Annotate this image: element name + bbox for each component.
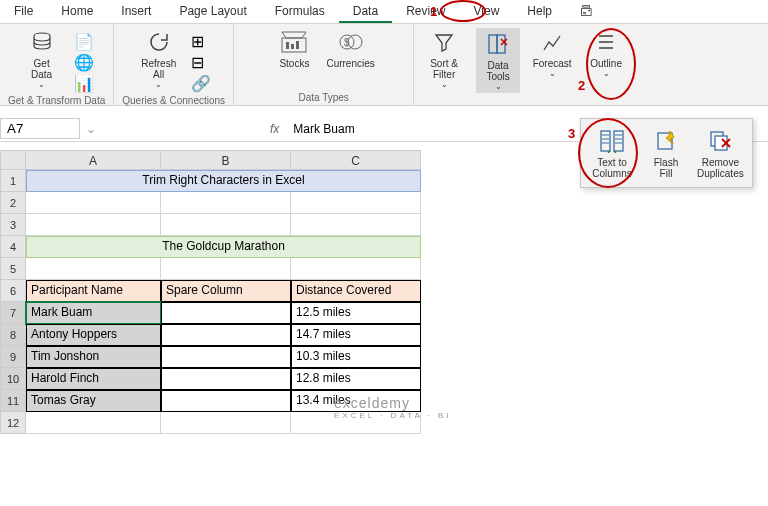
cell[interactable]: Tomas Gray: [26, 390, 161, 412]
outline-icon: [592, 28, 620, 56]
get-data-button[interactable]: Get Data⌄: [20, 28, 64, 93]
from-table-icon[interactable]: 📊: [74, 74, 94, 93]
subtitle-cell[interactable]: The Goldcup Marathon: [26, 236, 421, 258]
row-header[interactable]: 6: [0, 280, 26, 302]
forecast-icon: [538, 28, 566, 56]
header-cell[interactable]: Participant Name: [26, 280, 161, 302]
cell[interactable]: [161, 324, 291, 346]
tab-insert[interactable]: Insert: [107, 0, 165, 23]
cell[interactable]: [161, 346, 291, 368]
currencies-button[interactable]: $ Currencies: [326, 28, 374, 69]
funnel-icon: [430, 28, 458, 56]
from-text-icon[interactable]: 📄: [74, 32, 94, 51]
row-header[interactable]: 5: [0, 258, 26, 280]
group-label: Queries & Connections: [122, 93, 225, 108]
svg-point-5: [348, 35, 362, 49]
name-box[interactable]: [0, 118, 80, 139]
properties-icon[interactable]: ⊟: [191, 53, 211, 72]
cell[interactable]: [161, 390, 291, 412]
cell[interactable]: 12.8 miles: [291, 368, 421, 390]
svg-rect-9: [601, 131, 610, 151]
cell[interactable]: [161, 368, 291, 390]
refresh-icon: [145, 28, 173, 56]
namebox-dropdown[interactable]: ⌄: [80, 122, 102, 136]
col-header-A[interactable]: A: [26, 150, 161, 170]
row-header[interactable]: 11: [0, 390, 26, 412]
text-to-columns-icon: [598, 127, 626, 155]
tab-data[interactable]: Data: [339, 0, 392, 23]
share-icon: 🖆: [580, 4, 592, 18]
flash-fill-button[interactable]: Flash Fill: [639, 123, 693, 183]
col-header-B[interactable]: B: [161, 150, 291, 170]
flash-fill-icon: [652, 127, 680, 155]
cell[interactable]: 14.7 miles: [291, 324, 421, 346]
title-cell[interactable]: Trim Right Characters in Excel: [26, 170, 421, 192]
cell[interactable]: 12.5 miles: [291, 302, 421, 324]
tab-help[interactable]: Help: [513, 0, 566, 23]
row-header[interactable]: 8: [0, 324, 26, 346]
select-all-corner[interactable]: [0, 150, 26, 170]
chevron-down-icon: ⌄: [155, 80, 162, 89]
tab-share[interactable]: 🖆: [566, 0, 606, 23]
queries-icon[interactable]: ⊞: [191, 32, 211, 51]
remove-duplicates-icon: [706, 127, 734, 155]
watermark: exceldemy EXCEL · DATA · BI: [334, 395, 452, 420]
ribbon-tabs: File Home Insert Page Layout Formulas Da…: [0, 0, 768, 24]
chevron-down-icon: ⌄: [38, 80, 45, 89]
cell[interactable]: Antony Hoppers: [26, 324, 161, 346]
row-header[interactable]: 1: [0, 170, 26, 192]
from-web-icon[interactable]: 🌐: [74, 53, 94, 72]
svg-rect-3: [296, 41, 299, 49]
forecast-button[interactable]: Forecast⌄: [530, 28, 574, 93]
data-tools-button[interactable]: Data Tools⌄: [476, 28, 520, 93]
chevron-down-icon: ⌄: [603, 69, 610, 78]
svg-rect-7: [489, 35, 497, 53]
tab-review[interactable]: Review: [392, 0, 459, 23]
svg-rect-1: [286, 42, 289, 49]
text-to-columns-button[interactable]: Text to Columns: [585, 123, 639, 183]
chevron-down-icon: ⌄: [549, 69, 556, 78]
outline-button[interactable]: Outline⌄: [584, 28, 628, 93]
svg-text:$: $: [344, 37, 350, 48]
cell[interactable]: 10.3 miles: [291, 346, 421, 368]
row-header[interactable]: 10: [0, 368, 26, 390]
group-label: Data Types: [298, 90, 348, 105]
tab-file[interactable]: File: [0, 0, 47, 23]
group-label: Get & Transform Data: [8, 93, 105, 108]
chevron-down-icon: ⌄: [495, 82, 502, 91]
tab-view[interactable]: View: [460, 0, 514, 23]
svg-rect-2: [291, 44, 294, 49]
cell[interactable]: Tim Jonshon: [26, 346, 161, 368]
cell[interactable]: Harold Finch: [26, 368, 161, 390]
ribbon-body: Get Data⌄ 📄 🌐 📊 Get & Transform Data Ref…: [0, 24, 768, 106]
remove-duplicates-button[interactable]: Remove Duplicates: [693, 123, 748, 183]
sort-filter-button[interactable]: Sort & Filter⌄: [422, 28, 466, 93]
col-header-C[interactable]: C: [291, 150, 421, 170]
row-header[interactable]: 4: [0, 236, 26, 258]
data-tools-dropdown: Text to Columns Flash Fill Remove Duplic…: [580, 118, 753, 188]
stocks-button[interactable]: Stocks: [272, 28, 316, 69]
refresh-all-button[interactable]: Refresh All⌄: [137, 28, 181, 93]
row-header[interactable]: 3: [0, 214, 26, 236]
cell[interactable]: [161, 302, 291, 324]
tab-home[interactable]: Home: [47, 0, 107, 23]
chevron-down-icon: ⌄: [441, 80, 448, 89]
database-icon: [28, 28, 56, 56]
currencies-icon: $: [337, 28, 365, 56]
row-header[interactable]: 9: [0, 346, 26, 368]
header-cell[interactable]: Spare Column: [161, 280, 291, 302]
row-header[interactable]: 7: [0, 302, 26, 324]
tab-pagelayout[interactable]: Page Layout: [165, 0, 260, 23]
row-header[interactable]: 12: [0, 412, 26, 434]
edit-links-icon[interactable]: 🔗: [191, 74, 211, 93]
svg-rect-10: [614, 131, 623, 151]
cell[interactable]: Mark Buam: [26, 302, 161, 324]
row-header[interactable]: 2: [0, 192, 26, 214]
tab-formulas[interactable]: Formulas: [261, 0, 339, 23]
stocks-icon: [280, 28, 308, 56]
data-tools-icon: [484, 30, 512, 58]
fx-label[interactable]: fx: [262, 122, 287, 136]
header-cell[interactable]: Distance Covered: [291, 280, 421, 302]
